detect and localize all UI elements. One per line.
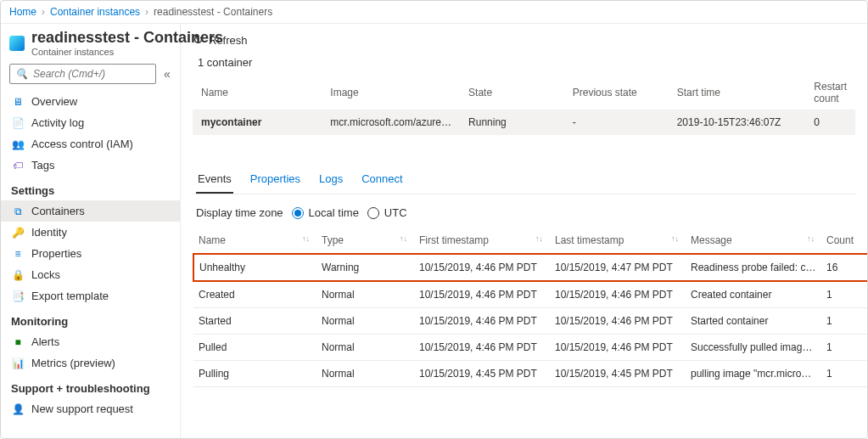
metrics-icon: 📊 (11, 357, 25, 369)
locks-icon: 🔒 (11, 269, 25, 281)
eth-last[interactable]: Last timestamp↑↓ (550, 228, 686, 254)
tab-events[interactable]: Events (196, 166, 233, 194)
sidebar-item-label: Activity log (31, 116, 84, 129)
sidebar-item-activitylog[interactable]: 📄Activity log (1, 112, 180, 133)
radio-label: Local time (309, 206, 359, 219)
event-row[interactable]: UnhealthyWarning10/15/2019, 4:46 PM PDT1… (193, 254, 867, 281)
sidebar-item-containers[interactable]: ⧉Containers (1, 200, 180, 222)
radio-dot-icon (367, 207, 379, 219)
event-cell-count: 1 (821, 308, 867, 335)
sidebar-item-label: Export template (31, 290, 109, 302)
sidebar-item-metrics[interactable]: 📊Metrics (preview) (1, 352, 180, 374)
sidebar-item-access-control[interactable]: 👥Access control (IAM) (1, 133, 180, 155)
event-cell-name: Pulled (193, 335, 316, 361)
sort-icon: ↑↓ (807, 234, 815, 243)
radio-local-time[interactable]: Local time (292, 206, 359, 219)
containers-table-header: Name Image State Previous state Start ti… (193, 76, 855, 110)
export-template-icon: 📑 (11, 290, 25, 302)
sidebar-item-new-support-request[interactable]: 👤New support request (1, 398, 180, 419)
th-name[interactable]: Name (193, 76, 322, 110)
event-cell-count: 1 (821, 361, 867, 387)
activity-log-icon: 📄 (11, 117, 25, 129)
breadcrumb-container-instances[interactable]: Container instances (50, 6, 140, 18)
refresh-button[interactable]: ↻ Refresh (193, 32, 248, 48)
timezone-label: Display time zone (196, 206, 283, 219)
sidebar-menu-monitoring: ■Alerts 📊Metrics (preview) (1, 331, 180, 374)
sidebar-item-overview[interactable]: 🖥Overview (1, 91, 180, 112)
containers-icon: ⧉ (11, 205, 25, 217)
eth-first[interactable]: First timestamp↑↓ (414, 228, 550, 254)
event-cell-first: 10/15/2019, 4:46 PM PDT (414, 254, 550, 281)
timezone-selector: Display time zone Local time UTC (196, 206, 855, 219)
chevron-right-icon: › (145, 6, 148, 18)
event-cell-last: 10/15/2019, 4:45 PM PDT (550, 361, 686, 387)
eth-count[interactable]: Count (821, 228, 867, 254)
overview-icon: 🖥 (11, 96, 25, 108)
cell-restart: 0 (805, 110, 855, 135)
th-restart-count[interactable]: Restart count (805, 76, 855, 110)
event-cell-first: 10/15/2019, 4:46 PM PDT (414, 281, 550, 308)
th-prev-state[interactable]: Previous state (564, 76, 669, 110)
event-row[interactable]: CreatedNormal10/15/2019, 4:46 PM PDT10/1… (193, 281, 867, 308)
th-image[interactable]: Image (322, 76, 460, 110)
event-cell-msg: Started container (686, 308, 821, 335)
sidebar-item-label: Alerts (31, 335, 59, 348)
container-row[interactable]: mycontainer mcr.microsoft.com/azure… Run… (193, 110, 855, 135)
sidebar-item-locks[interactable]: 🔒Locks (1, 264, 180, 285)
event-row[interactable]: StartedNormal10/15/2019, 4:46 PM PDT10/1… (193, 308, 867, 335)
breadcrumb-home[interactable]: Home (9, 6, 36, 18)
event-cell-msg: pulling image "mcr.micros… (686, 361, 821, 387)
event-cell-last: 10/15/2019, 4:46 PM PDT (550, 335, 686, 361)
collapse-sidebar-button[interactable]: « (160, 67, 175, 81)
event-row[interactable]: PullingNormal10/15/2019, 4:45 PM PDT10/1… (193, 361, 867, 387)
search-input-wrapper[interactable]: 🔍 (9, 64, 156, 84)
cell-name: mycontainer (193, 110, 322, 135)
sidebar-item-label: Tags (31, 159, 54, 172)
properties-icon: ≡ (11, 248, 25, 260)
events-table: Name↑↓ Type↑↓ First timestamp↑↓ Last tim… (193, 228, 867, 387)
event-cell-name: Unhealthy (193, 254, 316, 281)
event-row[interactable]: PulledNormal10/15/2019, 4:46 PM PDT10/15… (193, 335, 867, 361)
radio-utc[interactable]: UTC (367, 206, 407, 219)
event-cell-count: 16 (821, 254, 867, 281)
sidebar-item-properties[interactable]: ≡Properties (1, 243, 180, 264)
eth-name[interactable]: Name↑↓ (193, 228, 316, 254)
search-input[interactable] (33, 68, 150, 80)
event-cell-type: Normal (316, 281, 414, 308)
identity-icon: 🔑 (11, 227, 25, 239)
eth-type[interactable]: Type↑↓ (316, 228, 414, 254)
sidebar-item-label: Identity (31, 226, 67, 239)
event-cell-last: 10/15/2019, 4:47 PM PDT (550, 254, 686, 281)
cell-state: Running (460, 110, 564, 135)
sidebar-item-label: Properties (31, 247, 81, 260)
tab-properties[interactable]: Properties (249, 166, 302, 194)
eth-msg[interactable]: Message↑↓ (686, 228, 821, 254)
event-cell-name: Pulling (193, 361, 316, 387)
refresh-icon: ↻ (193, 32, 204, 48)
tab-logs[interactable]: Logs (317, 166, 344, 194)
alerts-icon: ■ (11, 336, 25, 348)
sidebar-menu-top: 🖥Overview 📄Activity log 👥Access control … (1, 91, 180, 176)
sidebar-section-monitoring: Monitoring (1, 307, 180, 331)
breadcrumb-current: readinesstest - Containers (154, 6, 272, 18)
sidebar-item-tags[interactable]: 🏷Tags (1, 155, 180, 176)
sidebar-item-label: Metrics (preview) (31, 357, 115, 369)
sort-icon: ↑↓ (302, 234, 310, 243)
tab-connect[interactable]: Connect (360, 166, 404, 194)
event-cell-type: Normal (316, 308, 414, 335)
th-state[interactable]: State (460, 76, 564, 110)
sidebar-item-export-template[interactable]: 📑Export template (1, 285, 180, 307)
sidebar-section-support: Support + troubleshooting (1, 374, 180, 398)
refresh-label: Refresh (209, 34, 248, 47)
detail-tabs: Events Properties Logs Connect (193, 166, 855, 194)
cell-start: 2019-10-15T23:46:07Z (669, 110, 806, 135)
breadcrumb: Home › Container instances › readinesste… (1, 1, 867, 24)
event-cell-count: 1 (821, 335, 867, 361)
sidebar-item-alerts[interactable]: ■Alerts (1, 331, 180, 352)
sidebar-item-identity[interactable]: 🔑Identity (1, 222, 180, 243)
cell-image: mcr.microsoft.com/azure… (322, 110, 460, 135)
sidebar-item-label: New support request (31, 402, 133, 415)
sidebar-item-label: Locks (31, 268, 60, 281)
th-start-time[interactable]: Start time (669, 76, 806, 110)
event-cell-msg: Readiness probe failed: cat… (686, 254, 821, 281)
